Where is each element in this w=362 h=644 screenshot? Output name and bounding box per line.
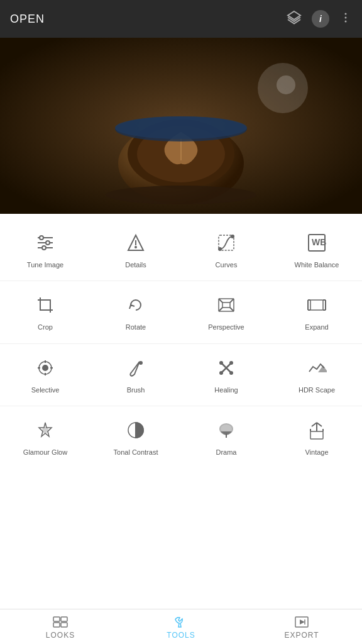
details-label: Details <box>125 260 146 269</box>
app-header: OPEN i <box>0 0 362 38</box>
svg-rect-55 <box>310 431 323 439</box>
white-balance-icon: WB <box>304 230 329 255</box>
brush-icon <box>123 355 148 380</box>
drama-label: Drama <box>216 448 236 457</box>
tool-healing[interactable]: Healing <box>181 344 272 406</box>
svg-rect-59 <box>61 617 67 621</box>
vintage-icon <box>304 418 329 443</box>
selective-label: Selective <box>31 386 60 394</box>
tool-drama[interactable]: Drama <box>181 406 272 468</box>
vintage-label: Vintage <box>305 448 328 457</box>
svg-line-29 <box>230 299 234 303</box>
tool-hdr-scape[interactable]: HDR Scape <box>272 344 362 406</box>
tool-tune-image[interactable]: Tune Image <box>0 219 90 280</box>
tools-grid: Tune Image Details Curves <box>0 214 362 473</box>
svg-line-31 <box>230 308 234 311</box>
svg-point-44 <box>220 362 222 364</box>
header-actions: i <box>287 10 352 28</box>
export-nav-label: EXPORT <box>284 631 319 640</box>
svg-rect-33 <box>310 300 323 310</box>
tool-rotate[interactable]: Rotate <box>90 281 181 343</box>
tonal-contrast-icon <box>123 418 148 443</box>
curves-label: Curves <box>216 260 238 269</box>
white-balance-label: White Balance <box>295 260 339 269</box>
tool-glamour-glow[interactable]: Glamour Glow <box>0 406 90 468</box>
tool-selective[interactable]: Selective <box>0 344 90 406</box>
tools-panel: Tune Image Details Curves <box>0 214 362 609</box>
expand-label: Expand <box>305 323 328 331</box>
svg-rect-60 <box>53 623 60 627</box>
info-icon[interactable]: i <box>312 10 329 28</box>
tool-crop[interactable]: Crop <box>0 281 90 343</box>
crop-icon <box>33 292 58 318</box>
svg-point-21 <box>135 247 136 248</box>
export-nav-icon <box>294 614 309 630</box>
drama-icon <box>214 418 239 443</box>
svg-text:WB: WB <box>312 237 326 247</box>
tools-nav-label: TOOLS <box>167 631 195 640</box>
svg-point-16 <box>40 236 43 240</box>
svg-rect-58 <box>53 617 60 621</box>
tool-white-balance[interactable]: WB White Balance <box>272 219 362 280</box>
svg-rect-61 <box>61 623 67 627</box>
hdr-scape-icon <box>304 355 329 380</box>
tune-image-label: Tune Image <box>27 260 63 269</box>
expand-icon <box>304 292 329 318</box>
glamour-glow-label: Glamour Glow <box>23 448 67 457</box>
svg-point-3 <box>345 20 347 22</box>
tune-image-icon <box>33 230 58 255</box>
perspective-icon <box>214 292 239 318</box>
tool-brush[interactable]: Brush <box>90 344 181 406</box>
svg-point-47 <box>230 372 233 374</box>
svg-point-23 <box>219 248 221 250</box>
details-icon <box>123 230 148 255</box>
rotate-icon <box>123 292 148 318</box>
svg-line-28 <box>219 299 222 303</box>
svg-line-30 <box>219 308 222 311</box>
healing-icon <box>214 355 239 380</box>
tool-details[interactable]: Details <box>90 219 181 280</box>
svg-point-10 <box>106 186 256 204</box>
svg-marker-48 <box>319 367 327 372</box>
svg-point-46 <box>220 372 222 374</box>
curves-icon <box>214 230 239 255</box>
looks-nav-icon <box>53 614 68 630</box>
tool-vintage[interactable]: Vintage <box>272 406 362 468</box>
healing-label: Healing <box>214 386 238 394</box>
rotate-label: Rotate <box>126 323 146 331</box>
tool-expand[interactable]: Expand <box>272 281 362 343</box>
looks-nav-label: LOOKS <box>46 631 75 640</box>
image-preview <box>0 38 362 214</box>
svg-point-37 <box>43 365 48 370</box>
app-title: OPEN <box>10 13 45 26</box>
nav-export[interactable]: EXPORT <box>241 609 362 645</box>
svg-point-17 <box>46 241 50 245</box>
hdr-scape-label: HDR Scape <box>299 386 335 394</box>
brush-label: Brush <box>127 386 145 394</box>
svg-point-1 <box>345 13 347 14</box>
svg-point-43 <box>140 362 142 364</box>
svg-point-50 <box>43 428 48 433</box>
more-icon[interactable] <box>339 11 352 27</box>
nav-looks[interactable]: LOOKS <box>0 609 121 645</box>
tool-perspective[interactable]: Perspective <box>181 281 272 343</box>
svg-point-45 <box>230 362 233 364</box>
tool-curves[interactable]: Curves <box>181 219 272 280</box>
perspective-label: Perspective <box>208 323 244 331</box>
svg-point-2 <box>345 16 347 18</box>
svg-point-18 <box>42 246 46 250</box>
tools-nav-icon <box>173 614 189 630</box>
glamour-glow-icon <box>33 418 58 443</box>
tonal-contrast-label: Tonal Contrast <box>114 448 158 457</box>
photo-canvas <box>0 38 362 214</box>
svg-point-12 <box>277 75 295 94</box>
tool-tonal-contrast[interactable]: Tonal Contrast <box>90 406 181 468</box>
crop-label: Crop <box>38 323 53 331</box>
svg-rect-32 <box>222 303 230 308</box>
selective-icon <box>33 355 58 380</box>
svg-point-9 <box>115 116 247 139</box>
bottom-navigation: LOOKS TOOLS EXPORT <box>0 609 362 644</box>
layers-icon[interactable] <box>287 10 302 28</box>
nav-tools[interactable]: TOOLS <box>121 609 241 645</box>
svg-point-24 <box>231 235 234 238</box>
